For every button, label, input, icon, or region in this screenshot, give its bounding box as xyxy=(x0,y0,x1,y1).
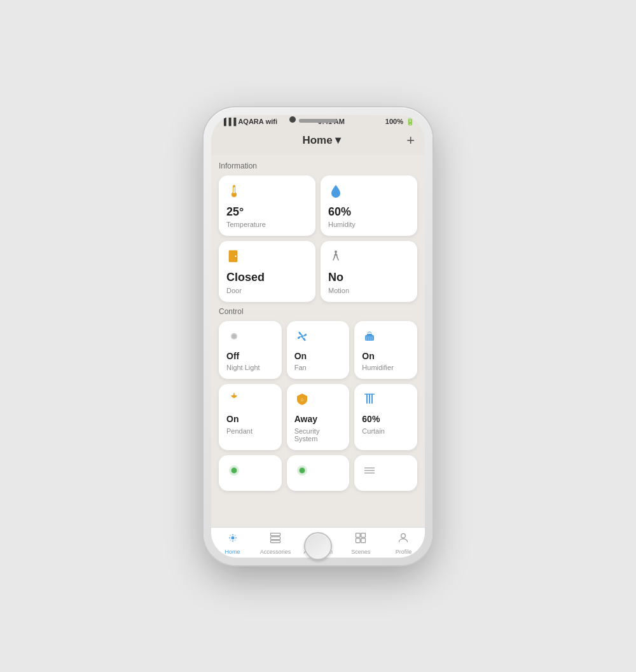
svg-rect-54 xyxy=(361,538,366,542)
humidifier-value: On xyxy=(362,352,410,361)
device1-card[interactable] xyxy=(219,455,282,491)
header-title-group[interactable]: Home ▾ xyxy=(302,134,340,147)
nav-home-label: Home xyxy=(225,549,240,555)
motion-value: No xyxy=(328,271,410,284)
door-label: Door xyxy=(226,287,308,294)
phone-speaker xyxy=(299,119,337,123)
section-control-label: Control xyxy=(219,307,417,316)
pendant-card[interactable]: On Pendant xyxy=(219,384,282,449)
control-grid-row3 xyxy=(219,455,417,491)
svg-point-14 xyxy=(301,335,303,338)
svg-rect-52 xyxy=(361,533,366,537)
pendant-value: On xyxy=(226,415,274,424)
section-information-label: Information xyxy=(219,161,417,170)
temperature-card[interactable]: 25° Temperature xyxy=(219,175,315,237)
scenes-nav-icon xyxy=(354,531,367,547)
svg-line-10 xyxy=(337,257,338,260)
security-card[interactable]: ⌂ Away Security System xyxy=(287,384,350,449)
nav-profile-label: Profile xyxy=(396,549,412,555)
svg-rect-48 xyxy=(270,540,280,542)
home-title: Home xyxy=(302,134,332,147)
scroll-area: Information 25° xyxy=(211,155,425,527)
svg-rect-16 xyxy=(367,334,372,336)
fan-card[interactable]: On Fan xyxy=(287,321,350,379)
pendant-icon xyxy=(226,392,274,411)
svg-point-39 xyxy=(235,537,237,538)
wifi-icon: wifi xyxy=(266,118,277,125)
night-light-icon xyxy=(226,329,274,348)
svg-rect-47 xyxy=(270,537,280,539)
screen-inner: ▐▐▐ AQARA wifi 9:41 AM 100% 🔋 Home xyxy=(211,115,425,558)
temperature-label: Temperature xyxy=(226,221,308,228)
svg-point-13 xyxy=(232,334,236,338)
accessories-nav-icon xyxy=(269,531,282,547)
security-label: Security System xyxy=(294,427,342,442)
nav-scenes[interactable]: Scenes xyxy=(345,531,376,555)
humidifier-card[interactable]: On Humidifier xyxy=(354,321,417,379)
svg-point-42 xyxy=(230,535,232,537)
svg-rect-51 xyxy=(356,533,361,537)
night-light-card[interactable]: Off Night Light xyxy=(219,321,282,379)
fan-icon xyxy=(294,329,342,348)
home-button[interactable] xyxy=(304,532,332,560)
nav-scenes-label: Scenes xyxy=(351,549,370,555)
device2-card[interactable] xyxy=(287,455,350,491)
curtain-value: 60% xyxy=(362,415,410,424)
motion-icon xyxy=(328,249,410,268)
fan-label: Fan xyxy=(294,364,342,371)
svg-point-30 xyxy=(232,468,237,473)
pendant-label: Pendant xyxy=(226,427,274,435)
night-light-value: Off xyxy=(226,352,274,361)
night-light-label: Night Light xyxy=(226,364,274,371)
information-grid: 25° Temperature 60% Hum xyxy=(219,175,417,303)
door-icon xyxy=(226,249,308,268)
svg-point-45 xyxy=(234,539,236,541)
phone: ▐▐▐ AQARA wifi 9:41 AM 100% 🔋 Home xyxy=(204,107,432,565)
home-nav-icon xyxy=(226,531,239,547)
humidity-value: 60% xyxy=(328,206,410,219)
security-value: Away xyxy=(294,415,342,424)
svg-text:⌂: ⌂ xyxy=(300,397,303,402)
control-grid-row2: On Pendant ⌂ Away xyxy=(219,384,417,449)
svg-line-9 xyxy=(333,257,335,260)
battery-label: 100% xyxy=(385,118,403,125)
device3-card[interactable] xyxy=(354,455,417,491)
curtain-card[interactable]: 60% Curtain xyxy=(354,384,417,449)
svg-point-55 xyxy=(401,533,406,538)
temperature-value: 25° xyxy=(226,206,308,219)
droplet-icon xyxy=(328,183,410,202)
nav-profile[interactable]: Profile xyxy=(388,531,418,555)
device3-icon xyxy=(362,463,410,482)
curtain-label: Curtain xyxy=(362,427,410,435)
signal-icon: ▐▐▐ xyxy=(221,118,236,125)
svg-point-41 xyxy=(232,540,233,542)
door-value: Closed xyxy=(226,271,308,284)
humidity-card[interactable]: 60% Humidity xyxy=(321,175,417,237)
svg-point-43 xyxy=(234,535,236,537)
fan-value: On xyxy=(294,352,342,361)
humidifier-icon xyxy=(362,329,410,348)
device1-icon xyxy=(226,463,274,482)
profile-nav-icon xyxy=(397,531,410,547)
svg-point-33 xyxy=(300,468,305,473)
humidity-label: Humidity xyxy=(328,221,410,228)
control-grid-row1: Off Night Light xyxy=(219,321,417,379)
motion-label: Motion xyxy=(328,287,410,294)
nav-accessories-label: Accessories xyxy=(260,549,291,555)
motion-card[interactable]: No Motion xyxy=(321,241,417,302)
svg-point-22 xyxy=(233,395,235,396)
device2-icon xyxy=(294,463,342,482)
svg-rect-2 xyxy=(233,187,235,193)
battery-icon: 🔋 xyxy=(406,118,415,126)
nav-home[interactable]: Home xyxy=(218,531,248,555)
humidifier-label: Humidifier xyxy=(362,364,410,371)
phone-outer: ▐▐▐ AQARA wifi 9:41 AM 100% 🔋 Home xyxy=(204,107,432,565)
phone-screen: ▐▐▐ AQARA wifi 9:41 AM 100% 🔋 Home xyxy=(211,115,425,558)
carrier-label: AQARA xyxy=(238,118,263,125)
svg-rect-53 xyxy=(356,538,361,542)
nav-accessories[interactable]: Accessories xyxy=(260,531,291,555)
svg-point-37 xyxy=(231,536,234,539)
door-card[interactable]: Closed Door xyxy=(219,241,315,302)
add-button[interactable]: + xyxy=(406,132,415,149)
svg-point-40 xyxy=(232,533,233,535)
